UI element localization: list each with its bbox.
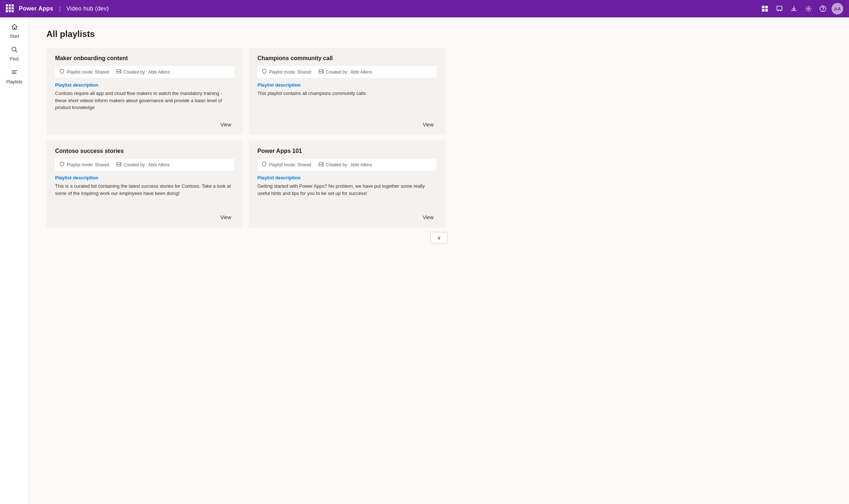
playlist-desc-label[interactable]: Playlist description <box>257 175 436 180</box>
svg-point-6 <box>823 10 823 11</box>
playlist-mode-label: Playlist mode: Shared <box>67 162 109 167</box>
card-title: Champions community call <box>257 55 436 62</box>
image-icon <box>116 69 121 75</box>
nav-divider: | <box>59 5 61 12</box>
waffle-menu[interactable] <box>6 4 15 13</box>
app-layout: Start Find Playlists All playlists <box>0 17 849 504</box>
user-avatar[interactable]: AA <box>832 3 843 14</box>
playlist-desc-text: Contoso require all app and cloud flow m… <box>55 90 234 116</box>
home-icon <box>11 23 18 32</box>
svg-point-11 <box>322 70 323 71</box>
playlist-view-button[interactable]: View <box>420 213 436 222</box>
playlist-desc-text: Getting started with Power Apps? No prob… <box>257 183 436 209</box>
playlist-mode-label: Playlist mode: Shared <box>67 70 109 75</box>
svg-point-7 <box>12 47 16 51</box>
playlist-desc-text: This playlist contains all champions com… <box>257 90 436 116</box>
main-content: All playlists Maker onboarding content P… <box>29 17 849 504</box>
chevron-down-icon: ∨ <box>437 235 441 241</box>
image-icon <box>319 69 324 75</box>
card-title: Maker onboarding content <box>55 55 234 62</box>
playlist-view-button[interactable]: View <box>218 120 234 129</box>
playlist-desc-label[interactable]: Playlist description <box>55 82 234 88</box>
sidebar: Start Find Playlists <box>0 17 29 504</box>
playlist-card-p3: Contoso success stories Playlist mode: S… <box>46 141 243 228</box>
app-name: Power Apps <box>19 5 53 12</box>
playlist-mode-meta: Playlist mode: Shared <box>262 69 311 75</box>
sidebar-playlists-label: Playlists <box>6 79 22 84</box>
playlist-card-p2: Champions community call Playlist mode: … <box>249 48 445 135</box>
playlist-desc-label[interactable]: Playlist description <box>257 82 436 88</box>
card-title: Power Apps 101 <box>257 148 436 154</box>
top-nav: Power Apps | Video hub (dev) <box>0 0 849 17</box>
svg-point-4 <box>808 8 809 10</box>
nav-icons: AA <box>759 3 843 14</box>
page-title: All playlists <box>46 29 832 39</box>
shield-icon <box>262 162 267 168</box>
shield-icon <box>59 69 65 75</box>
creator-meta: Created by : Abbi Atkins <box>319 162 372 168</box>
help-icon[interactable] <box>817 3 829 14</box>
creator-meta: Created by : Abbi Atkins <box>116 162 170 168</box>
playlist-grid: Maker onboarding content Playlist mode: … <box>46 48 445 228</box>
search-icon <box>11 46 18 55</box>
svg-rect-1 <box>765 6 768 8</box>
card-title: Contoso success stories <box>55 148 234 154</box>
card-meta: Playlist mode: Shared Created by : Abbi … <box>55 159 234 171</box>
image-icon <box>319 162 324 168</box>
svg-rect-0 <box>762 6 765 8</box>
scroll-btn-row: ∨ <box>46 232 832 243</box>
playlist-mode-label: Playlist mode: Shared <box>269 70 311 75</box>
svg-rect-3 <box>765 9 768 12</box>
sidebar-item-playlists[interactable]: Playlists <box>2 66 27 87</box>
svg-rect-2 <box>762 9 765 12</box>
creator-meta: Created by : Abbi Atkins <box>319 69 372 75</box>
scroll-down-button[interactable]: ∨ <box>430 232 448 243</box>
download-icon[interactable] <box>788 3 800 14</box>
creator-label: Created by : Abbi Atkins <box>326 70 372 75</box>
playlist-card-p1: Maker onboarding content Playlist mode: … <box>46 48 243 135</box>
playlist-mode-label: Playlist mode: Shared <box>269 162 311 167</box>
shield-icon <box>262 69 267 75</box>
apps-icon[interactable] <box>759 3 771 14</box>
playlist-card-p4: Power Apps 101 Playlist mode: Shared <box>249 141 445 228</box>
shield-icon <box>59 162 65 168</box>
playlist-view-button[interactable]: View <box>218 213 234 222</box>
svg-point-13 <box>120 163 120 164</box>
sidebar-item-find[interactable]: Find <box>2 43 27 64</box>
sidebar-start-label: Start <box>10 34 19 39</box>
playlist-mode-meta: Playlist mode: Shared <box>262 162 311 168</box>
svg-point-9 <box>120 70 120 71</box>
image-icon <box>116 162 121 168</box>
playlist-view-button[interactable]: View <box>420 120 436 129</box>
playlist-mode-meta: Playlist mode: Shared <box>59 162 109 168</box>
playlist-mode-meta: Playlist mode: Shared <box>59 69 109 75</box>
card-meta: Playlist mode: Shared Created by : Abbi … <box>257 159 436 171</box>
creator-label: Created by : Abbi Atkins <box>124 70 170 75</box>
settings-icon[interactable] <box>803 3 814 14</box>
creator-label: Created by : Abbi Atkins <box>124 162 170 167</box>
sidebar-find-label: Find <box>10 57 18 62</box>
sidebar-item-start[interactable]: Start <box>2 20 27 42</box>
creator-label: Created by : Abbi Atkins <box>326 162 372 167</box>
app-context: Video hub (dev) <box>66 5 109 12</box>
playlists-icon <box>11 69 18 78</box>
card-meta: Playlist mode: Shared Created by : Abbi … <box>257 66 436 78</box>
svg-point-15 <box>322 163 323 164</box>
card-meta: Playlist mode: Shared Created by : Abbi … <box>55 66 234 78</box>
creator-meta: Created by : Abbi Atkins <box>116 69 170 75</box>
chat-icon[interactable] <box>774 3 785 14</box>
playlist-desc-label[interactable]: Playlist description <box>55 175 234 180</box>
playlist-desc-text: This is a curated list containing the la… <box>55 183 234 209</box>
